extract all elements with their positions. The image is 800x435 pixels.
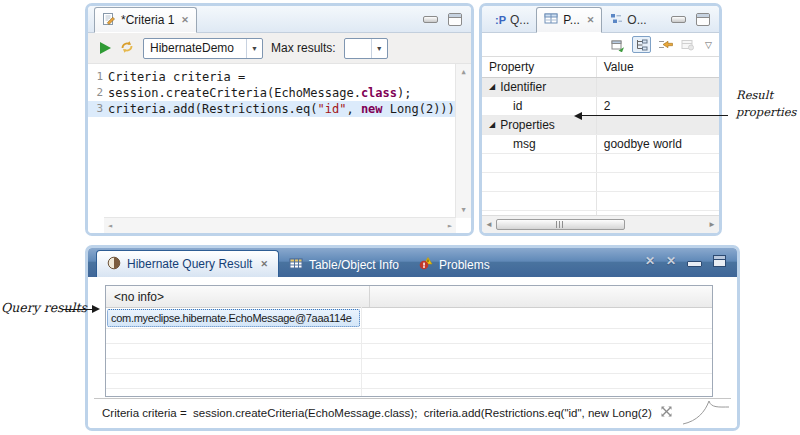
expand-triangle-icon[interactable]: ◢: [489, 121, 495, 129]
hibernate-icon: [107, 256, 121, 273]
max-results-label: Max results:: [271, 41, 336, 55]
results-body: <no info> com.myeclipse.hibernate.EchoMe…: [88, 277, 737, 428]
code-text: Long(2)));: [383, 101, 462, 117]
properties-table: Property Value ◢Identifier id 2 ◢Propert…: [482, 56, 719, 215]
code-line-highlighted[interactable]: 3criteria.add(Restrictions.eq("id", new …: [88, 101, 456, 117]
line-number: 3: [88, 101, 108, 117]
column-header-property[interactable]: Property: [482, 57, 596, 77]
empty-row: [482, 154, 719, 173]
maximize-icon[interactable]: [713, 255, 726, 267]
category-label: Properties: [500, 118, 555, 132]
scroll-up-icon[interactable]: ▲: [461, 68, 465, 76]
properties-panel: :P Q... P... ✕ O...: [479, 3, 722, 236]
close-icon[interactable]: ✕: [181, 15, 189, 25]
tab-label: O...: [627, 13, 646, 27]
status-text: Criteria criteria = session.createCriter…: [102, 407, 652, 419]
collapse-arrows-icon[interactable]: [660, 405, 673, 420]
pin-view-icon[interactable]: [609, 37, 627, 53]
selected-result-value[interactable]: com.myeclipse.hibernate.EchoMessage@7aaa…: [107, 309, 360, 327]
run-icon[interactable]: [100, 42, 111, 54]
code-line[interactable]: 2session.createCriteria(EchoMessage.clas…: [88, 85, 456, 101]
code-text: ,: [346, 101, 360, 117]
tab-query[interactable]: :P Q...: [488, 8, 536, 32]
annotation-arrowhead: [574, 112, 582, 120]
query-results-panel: Hibernate Query Result ✕ Table/Object In…: [85, 245, 740, 431]
maximize-icon[interactable]: [696, 13, 710, 26]
minimize-icon[interactable]: [671, 16, 686, 23]
scroll-right-icon[interactable]: ►: [448, 222, 452, 230]
minimize-icon[interactable]: [687, 261, 702, 267]
code-text: );: [397, 85, 411, 101]
code-editor[interactable]: 1Criteria criteria = 2session.createCrit…: [88, 64, 471, 233]
tab-criteria-1[interactable]: *Criteria 1 ✕: [94, 7, 197, 33]
line-number: 1: [88, 69, 108, 85]
table-row[interactable]: [106, 374, 712, 389]
maximize-icon[interactable]: [448, 13, 462, 26]
problems-icon: [419, 256, 433, 273]
chevron-down-icon[interactable]: ▼: [371, 39, 387, 58]
vertical-scrollbar[interactable]: ▲ ▼: [455, 64, 471, 218]
annotation-result-properties: Result properties: [736, 87, 796, 121]
property-value: goodbye world: [596, 135, 719, 153]
tab-outline[interactable]: O...: [602, 8, 653, 32]
property-category-row[interactable]: ◢Identifier: [482, 78, 719, 97]
empty-row: [482, 173, 719, 192]
results-column-header[interactable]: <no info>: [106, 286, 370, 307]
property-row[interactable]: id 2: [482, 97, 719, 116]
restore-default-value-icon[interactable]: [679, 37, 697, 52]
table-row[interactable]: [106, 389, 712, 397]
property-row[interactable]: msg goodbye world: [482, 135, 719, 154]
outline-tab-icon: [609, 12, 623, 28]
chevron-down-icon[interactable]: ▼: [246, 39, 262, 58]
table-row[interactable]: [106, 329, 712, 344]
scroll-left-icon[interactable]: ◄: [108, 222, 112, 230]
column-divider: [361, 307, 362, 396]
table-row-selected[interactable]: com.myeclipse.hibernate.EchoMessage@7aaa…: [106, 308, 712, 329]
scroll-down-icon[interactable]: ▼: [461, 206, 465, 214]
show-advanced-properties-icon[interactable]: [656, 37, 674, 52]
property-category-row[interactable]: ◢Properties: [482, 116, 719, 135]
scroll-left-icon[interactable]: ◄: [485, 220, 493, 229]
tab-label: Hibernate Query Result: [127, 257, 252, 271]
remove-icon[interactable]: ✕: [645, 255, 655, 267]
table-row[interactable]: [106, 359, 712, 374]
column-header-value[interactable]: Value: [596, 57, 719, 77]
show-categories-icon[interactable]: [632, 36, 651, 53]
minimize-icon[interactable]: [423, 16, 438, 23]
property-name: msg: [482, 135, 596, 153]
scrollbar-thumb[interactable]: [496, 219, 625, 230]
remove-all-icon[interactable]: ✕: [666, 255, 676, 267]
tab-label: P...: [563, 13, 579, 27]
close-icon[interactable]: ✕: [587, 15, 595, 25]
properties-toolbar: ▽: [482, 33, 719, 56]
annotation-query-results: Query results: [1, 300, 87, 315]
properties-tabstrip: :P Q... P... ✕ O...: [482, 6, 719, 33]
tab-properties[interactable]: P... ✕: [536, 7, 602, 33]
table-row[interactable]: [106, 344, 712, 359]
max-results-value: [345, 39, 371, 58]
category-value: [596, 78, 719, 96]
empty-row: [482, 192, 719, 211]
expand-triangle-icon[interactable]: ◢: [489, 83, 495, 91]
configuration-select[interactable]: HibernateDemo ▼: [143, 38, 263, 59]
view-menu-icon[interactable]: ▽: [705, 40, 712, 50]
tab-table-object-info[interactable]: Table/Object Info: [279, 252, 409, 277]
code-line[interactable]: 1Criteria criteria =: [88, 69, 456, 85]
category-value: [596, 116, 719, 134]
horizontal-scrollbar[interactable]: ◄ ►: [482, 215, 719, 233]
annotation-line: properties: [736, 104, 796, 121]
horizontal-scrollbar[interactable]: ◄ ►: [104, 217, 456, 233]
close-icon[interactable]: ✕: [260, 259, 268, 269]
tab-label: Problems: [439, 258, 490, 272]
criteria-status-bar: Criteria criteria = session.createCriter…: [94, 398, 731, 426]
annotation-arrow-line: [62, 309, 92, 310]
query-tab-icon: :P: [495, 14, 506, 26]
refresh-icon[interactable]: [119, 39, 135, 58]
annotation-arrowhead: [92, 305, 100, 313]
configuration-value: HibernateDemo: [144, 39, 246, 58]
tab-hibernate-query-result[interactable]: Hibernate Query Result ✕: [96, 250, 279, 277]
category-label: Identifier: [500, 80, 546, 94]
scroll-right-icon[interactable]: ►: [708, 220, 716, 229]
tab-problems[interactable]: Problems: [409, 252, 500, 277]
max-results-select[interactable]: ▼: [344, 38, 388, 59]
